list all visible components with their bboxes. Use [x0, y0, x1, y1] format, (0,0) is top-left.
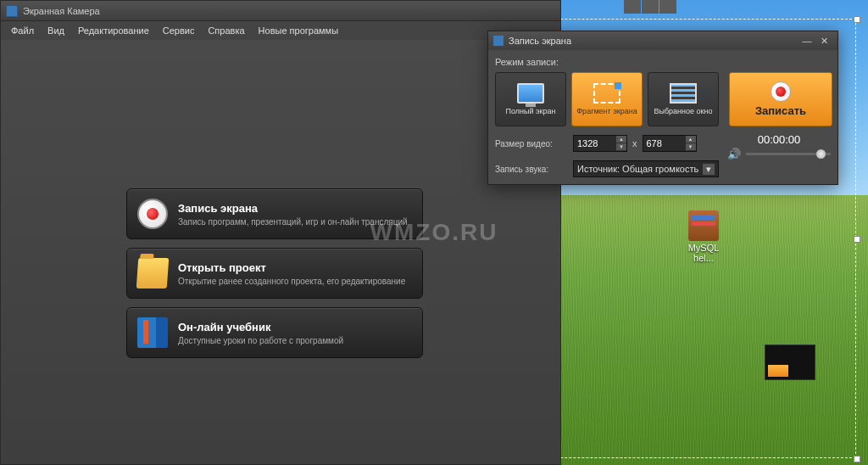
app-icon [6, 5, 18, 17]
menu-service[interactable]: Сервис [156, 23, 202, 38]
app-title: Экранная Камера [23, 6, 100, 16]
mode-fragment[interactable]: Фрагмент экрана [571, 72, 643, 126]
record-dialog: Запись экрана — ✕ Режим записи: Полный э… [487, 31, 838, 185]
mode-full-screen[interactable]: Полный экран [495, 72, 566, 126]
desktop-icon-label: MySQL hel... [688, 243, 720, 263]
main-titlebar[interactable]: Экранная Камера [1, 1, 560, 21]
menu-help[interactable]: Справка [201, 23, 251, 38]
audio-label: Запись звука: [495, 165, 568, 174]
menu-new-programs[interactable]: Новые программы [252, 23, 345, 38]
window-icon [670, 83, 697, 104]
record-dot-icon [771, 81, 791, 102]
close-button[interactable]: ✕ [815, 36, 832, 47]
selection-handle-e[interactable] [854, 236, 860, 243]
mode-label: Режим записи: [495, 57, 831, 67]
option-title: Он-лайн учебник [178, 321, 343, 333]
dialog-titlebar[interactable]: Запись экрана — ✕ [488, 31, 837, 50]
menubar: Файл Вид Редактирование Сервис Справка Н… [1, 21, 560, 40]
desktop-icon-mysql[interactable]: MySQL hel... [683, 210, 724, 263]
main-body: Запись экрана Запись программ, презентац… [1, 40, 560, 464]
option-title: Запись экрана [178, 202, 408, 215]
volume-slider[interactable] [746, 153, 831, 155]
main-window: Экранная Камера Файл Вид Редактирование … [0, 0, 561, 465]
selection-handle-ne[interactable] [854, 16, 860, 23]
option-subtitle: Открытие ранее созданного проекта, его р… [178, 277, 405, 286]
width-spinner[interactable]: ▲▼ [573, 135, 627, 152]
mode-window[interactable]: Выбранное окно [648, 72, 719, 126]
fragment-icon [593, 83, 620, 104]
option-subtitle: Доступные уроки по работе с программой [178, 336, 343, 345]
volume-icon[interactable]: 🔊 [727, 148, 741, 160]
dialog-icon [493, 36, 504, 46]
record-button[interactable]: Записать [729, 72, 832, 126]
size-label: Размер видео: [495, 139, 568, 148]
x-separator: x [632, 138, 637, 148]
option-open-project[interactable]: Открыть проект Открытие ранее созданного… [126, 248, 423, 299]
desktop-thumbnail[interactable] [765, 345, 815, 380]
option-title: Открыть проект [178, 261, 405, 274]
selection-handle-se[interactable] [854, 456, 860, 462]
archive-icon [688, 210, 719, 241]
option-record-screen[interactable]: Запись экрана Запись программ, презентац… [126, 188, 423, 239]
option-list: Запись экрана Запись программ, презентац… [126, 188, 423, 367]
menu-view[interactable]: Вид [41, 23, 71, 38]
fullscreen-icon [517, 83, 544, 104]
dialog-title-text: Запись экрана [509, 36, 571, 46]
height-input[interactable] [643, 138, 686, 148]
option-subtitle: Запись программ, презентаций, игр и он-л… [178, 217, 408, 227]
menu-edit[interactable]: Редактирование [71, 23, 156, 38]
chevron-down-icon: ▾ [703, 164, 715, 175]
minimize-button[interactable]: — [798, 36, 815, 46]
record-icon [137, 199, 168, 229]
width-input[interactable] [574, 138, 616, 148]
option-online-tutorial[interactable]: Он-лайн учебник Доступные уроки по работ… [126, 307, 423, 358]
menu-file[interactable]: Файл [4, 23, 41, 38]
folder-icon [136, 258, 170, 289]
height-spinner[interactable]: ▲▼ [643, 135, 697, 152]
audio-source-combo[interactable]: Источник: Общая громкость ▾ [573, 160, 719, 177]
timer-display: 00:00:00 [727, 133, 831, 146]
book-icon [137, 317, 168, 348]
taskbar-fragment [624, 0, 676, 15]
